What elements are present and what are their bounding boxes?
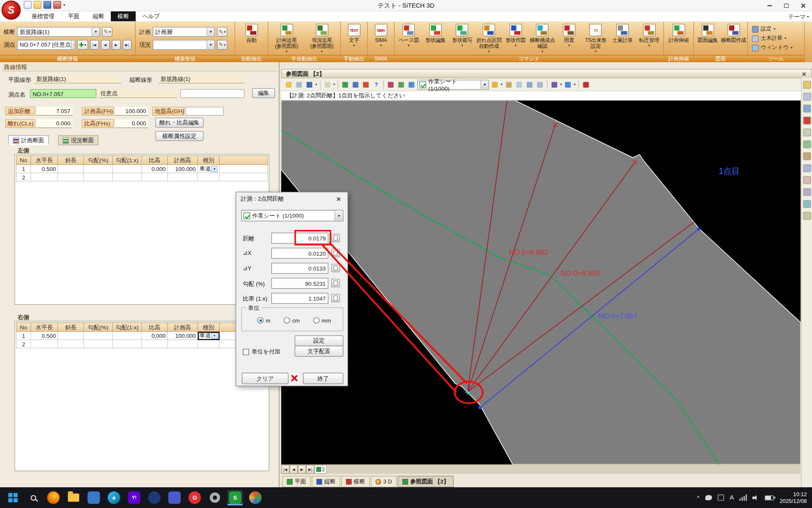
export-icon[interactable] — [323, 80, 332, 89]
current-trace-button[interactable]: 現況追尾 (参照図面) ▾ — [304, 22, 339, 55]
minimize-button[interactable] — [761, 0, 778, 11]
shape-draw-button[interactable]: 形状作図▾ — [502, 22, 529, 55]
page-prev-button[interactable]: ◀ — [289, 465, 298, 474]
auto-extract-button[interactable]: 自動 — [236, 22, 266, 55]
earthwork-volume-button[interactable]: 土量計算 — [609, 22, 636, 55]
window-tool-button[interactable]: ウィンドウ▾ — [752, 44, 800, 51]
add-station-button[interactable]: ✚▾ — [77, 40, 88, 50]
taskbar-firefox[interactable] — [46, 490, 61, 505]
view-tab-cross-section[interactable]: 横断 — [341, 476, 370, 487]
append-unit-checkbox[interactable]: 単位を付加 — [243, 348, 280, 356]
pointer-icon[interactable] — [563, 80, 572, 89]
station-extra-field[interactable] — [180, 89, 244, 98]
tab-current-section[interactable]: 現況断面 — [58, 135, 99, 145]
station-last-button[interactable]: ▶| — [123, 40, 132, 50]
height-diff-value[interactable]: 0.000 — [115, 119, 148, 128]
ground-height-value[interactable] — [185, 107, 224, 116]
side-tool-10-icon[interactable] — [803, 188, 811, 196]
edit-button[interactable]: 編集 — [252, 88, 275, 98]
ime-language-indicator[interactable]: A — [730, 494, 734, 501]
close-button[interactable] — [794, 0, 811, 11]
app-mini-logo-icon[interactable] — [53, 1, 61, 8]
volume-icon[interactable] — [753, 494, 760, 501]
distance-copy-button[interactable] — [332, 234, 340, 242]
copy-icon[interactable] — [525, 80, 534, 89]
query-dropdown[interactable]: ▾ — [560, 83, 562, 87]
shape-edit-button[interactable]: 形状編集 — [422, 22, 449, 55]
settings-button[interactable]: 設定 — [295, 335, 343, 346]
shape-copy-button[interactable]: 形状複写▾ — [449, 22, 475, 55]
cross-attr-button[interactable]: 横断属性設定 — [155, 131, 203, 141]
onedrive-cloud-icon[interactable] — [705, 495, 712, 500]
offset-edit-button[interactable]: 離れ・比高編集 — [155, 118, 203, 127]
theme-button[interactable]: テーマ▾ — [788, 11, 809, 22]
offset-cl-value[interactable]: 0.000 — [36, 119, 73, 128]
side-tool-8-icon[interactable] — [803, 164, 811, 172]
worksheet-combo[interactable]: 作業シート (1/1000) ▼ — [417, 80, 489, 89]
cross-point-check-button[interactable]: 横断構成点 確認▾ — [529, 22, 555, 55]
start-button[interactable] — [5, 490, 21, 505]
delta-y-copy-button[interactable] — [332, 264, 340, 272]
civil-calc-button[interactable]: 土木計算▾ — [752, 35, 800, 42]
qat-more-button[interactable]: ▾ — [63, 3, 65, 7]
unit-cm-radio[interactable]: cm — [284, 317, 300, 323]
palette-dropdown[interactable]: ▾ — [501, 83, 502, 87]
help-icon[interactable]: ? — [372, 80, 381, 89]
side-tool-7-icon[interactable] — [803, 152, 811, 160]
open-icon[interactable] — [284, 80, 293, 89]
side-tool-12-icon[interactable] — [803, 212, 811, 220]
plan-height-value[interactable]: 100.000 — [115, 107, 148, 116]
tile-icon[interactable] — [535, 80, 544, 89]
save-file-icon[interactable] — [44, 1, 51, 8]
pages-icon[interactable] — [515, 80, 524, 89]
menu-cross-section[interactable]: 横断 — [111, 11, 136, 21]
taskbar-explorer[interactable] — [66, 490, 82, 505]
view-tab-plan[interactable]: 平面 — [282, 476, 310, 487]
layers-icon[interactable] — [407, 80, 416, 89]
station-combo[interactable]: NO.0+7.057 [任意点▼ — [17, 40, 75, 50]
open-file-icon[interactable] — [34, 1, 41, 8]
view-tab-profile[interactable]: 縦断 — [312, 476, 340, 487]
taskbar-sitech-active[interactable]: S — [228, 490, 243, 505]
side-tool-5-icon[interactable] — [803, 129, 811, 136]
tab-plan-section[interactable]: 計画断面 — [8, 135, 49, 145]
dialog-sheet-combo[interactable]: 作業シート (1/1000) ▼ — [241, 210, 343, 221]
gradient-copy-button[interactable] — [332, 279, 340, 287]
search-button[interactable] — [25, 490, 41, 505]
mail-icon[interactable] — [397, 80, 406, 89]
ratio-input[interactable]: 1.1047 — [272, 293, 329, 304]
undo-icon[interactable] — [504, 80, 513, 89]
side-tool-1-icon[interactable] — [803, 81, 811, 88]
new-file-icon[interactable] — [24, 1, 31, 8]
current-layer-combo[interactable]: ▼ — [153, 40, 215, 50]
taskbar-opera[interactable]: O — [187, 490, 203, 505]
menu-coordinate-management[interactable]: 座標管理 — [25, 11, 61, 21]
side-tool-6-icon[interactable] — [803, 141, 811, 148]
unit-mm-radio[interactable]: mm — [313, 317, 331, 323]
flag-icon[interactable] — [582, 80, 590, 89]
gradient-input[interactable]: 90.5231 — [272, 278, 329, 289]
page-first-button[interactable]: |◀ — [281, 465, 290, 474]
network-signal-icon[interactable] — [739, 494, 747, 501]
unit-m-radio[interactable]: m — [258, 317, 271, 323]
text-extract-button[interactable]: TEXT 文字 ▾ — [342, 22, 366, 55]
route-edit-button[interactable]: ✎▾ — [102, 27, 112, 37]
delta-x-input[interactable]: 0.0120 — [272, 248, 329, 259]
taskbar-app-blue[interactable] — [147, 490, 162, 505]
inspection-button[interactable]: 照査▾ — [556, 22, 582, 55]
add-distance-value[interactable]: 7.057 — [36, 107, 73, 116]
side-tool-2-icon[interactable] — [803, 93, 811, 100]
plan-stretch-button[interactable]: 計画伸縮 — [665, 22, 692, 55]
page-next-button[interactable]: ▶ — [298, 465, 306, 474]
menu-profile[interactable]: 縦断 — [86, 11, 111, 21]
taskbar-app-misc[interactable] — [247, 490, 263, 505]
distance-input[interactable]: 0.0179 — [272, 233, 329, 244]
taskbar-mail[interactable] — [86, 490, 102, 505]
taskbar-edge[interactable]: e — [106, 490, 122, 505]
reference-close-button[interactable] — [798, 71, 809, 78]
plan-layer-combo[interactable]: 計画層▼ — [153, 27, 215, 37]
print-icon[interactable] — [295, 80, 304, 89]
tray-app-icon[interactable] — [718, 494, 724, 501]
route-combo[interactable]: 新規路線(1)▼ — [17, 27, 100, 37]
clear-button[interactable]: クリア — [242, 373, 288, 384]
